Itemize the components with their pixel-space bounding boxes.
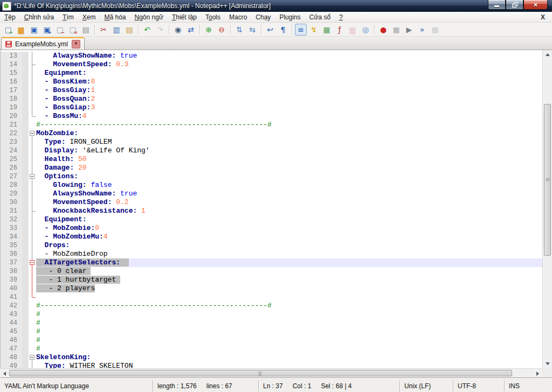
- minimize-button[interactable]: [488, 0, 506, 10]
- code-text[interactable]: AlwaysShowName: true: [36, 52, 542, 60]
- save-all-button[interactable]: ▣+: [41, 24, 53, 36]
- code-line[interactable]: 30 MovementSpeed: 0.2: [1, 198, 542, 207]
- line-number[interactable]: 40: [1, 284, 22, 293]
- code-line[interactable]: 34 - MobZombieMu:4: [1, 233, 542, 241]
- code-line[interactable]: 49 Type: WITHER_SKELETON: [1, 362, 542, 368]
- open-file-button[interactable]: ▆: [15, 24, 27, 36]
- code-text[interactable]: - BossGiay:1: [36, 86, 542, 95]
- bookmark-margin[interactable]: [22, 284, 29, 293]
- code-text[interactable]: Display: '&eLife Of King': [36, 146, 542, 155]
- line-number[interactable]: 34: [1, 233, 22, 241]
- menu-macro[interactable]: Macro: [225, 12, 251, 22]
- close-file-button[interactable]: ▢−: [54, 24, 66, 36]
- line-number[interactable]: 22: [1, 129, 22, 138]
- code-text[interactable]: - BossMu:4: [36, 112, 542, 121]
- line-number[interactable]: 47: [1, 345, 22, 353]
- code-text[interactable]: #: [36, 319, 542, 327]
- bookmark-margin[interactable]: [22, 207, 29, 215]
- line-number[interactable]: 27: [1, 172, 22, 181]
- bookmark-margin[interactable]: [22, 198, 29, 207]
- bookmark-margin[interactable]: [22, 60, 29, 69]
- code-text[interactable]: - 1 hurtbytarget: [36, 276, 542, 284]
- code-line[interactable]: 46#: [1, 336, 542, 345]
- line-number[interactable]: 46: [1, 336, 22, 345]
- menu-plugins[interactable]: Plugins: [275, 12, 305, 22]
- cut-button[interactable]: ✂: [98, 24, 109, 36]
- menu-ma-hoa[interactable]: Mã hóa: [100, 12, 130, 22]
- close-button[interactable]: ×: [523, 0, 548, 10]
- new-file-button[interactable]: ▢+: [2, 24, 14, 36]
- line-number[interactable]: 41: [1, 293, 22, 302]
- line-number[interactable]: 38: [1, 267, 22, 276]
- code-text[interactable]: Equipment:: [36, 215, 542, 224]
- bookmark-margin[interactable]: [22, 86, 29, 95]
- line-number[interactable]: 29: [1, 190, 22, 198]
- horizontal-scrollbar[interactable]: [0, 368, 542, 377]
- bookmark-margin[interactable]: [22, 327, 29, 336]
- fold-toggle-icon[interactable]: [30, 260, 34, 265]
- bookmark-margin[interactable]: [22, 336, 29, 345]
- code-text[interactable]: Health: 50: [36, 155, 542, 164]
- line-number[interactable]: 13: [1, 52, 22, 60]
- sync-vertical-scrolling-button[interactable]: ⇅: [233, 24, 245, 36]
- line-number[interactable]: 37: [1, 258, 22, 267]
- macro-record-button[interactable]: ●: [377, 24, 389, 36]
- menu-chinh-sua[interactable]: Chỉnh sửa: [20, 12, 58, 22]
- bookmark-margin[interactable]: [22, 293, 29, 302]
- code-line[interactable]: 35 Drops:: [1, 241, 542, 250]
- macro-play-button[interactable]: ▶: [403, 24, 415, 36]
- line-number[interactable]: 49: [1, 362, 22, 368]
- code-line[interactable]: 21#-------------------------------------…: [1, 121, 542, 129]
- code-text[interactable]: Equipment:: [36, 69, 542, 78]
- bookmark-margin[interactable]: [22, 181, 29, 190]
- vertical-scroll-thumb[interactable]: [544, 104, 551, 256]
- code-line[interactable]: 39 - 1 hurtbytarget: [1, 276, 542, 284]
- paste-button[interactable]: ▤: [123, 24, 135, 36]
- code-text[interactable]: - BossGiap:3: [36, 103, 542, 112]
- bookmark-margin[interactable]: [22, 224, 29, 233]
- bookmark-margin[interactable]: [22, 250, 29, 258]
- menu-help[interactable]: ?: [335, 12, 347, 22]
- code-line[interactable]: 14 MovementSpeed: 0.3: [1, 60, 542, 69]
- code-text[interactable]: MovementSpeed: 0.2: [36, 198, 542, 207]
- macro-save-button[interactable]: ▦: [429, 24, 441, 36]
- code-line[interactable]: 28 Glowing: false: [1, 181, 542, 190]
- function-list-button[interactable]: ƒ: [334, 24, 346, 36]
- code-text[interactable]: Drops:: [36, 241, 542, 250]
- code-line[interactable]: 20 - BossMu:4: [1, 112, 542, 121]
- redo-button[interactable]: ↷: [154, 24, 166, 36]
- print-button[interactable]: ▤: [80, 24, 92, 36]
- code-text[interactable]: KnockbackResistance: 1: [36, 207, 542, 215]
- code-text[interactable]: #---------------------------------------…: [36, 121, 542, 129]
- document-monitor-button[interactable]: ◎: [360, 24, 371, 36]
- code-text[interactable]: MovementSpeed: 0.3: [36, 60, 542, 69]
- menu-ngon-ngu[interactable]: Ngôn ngữ: [130, 12, 168, 22]
- line-number[interactable]: 39: [1, 276, 22, 284]
- vertical-scrollbar[interactable]: [542, 50, 552, 368]
- code-text[interactable]: - 2 players: [36, 284, 542, 293]
- code-line[interactable]: 24 Display: '&eLife Of King': [1, 146, 542, 155]
- bookmark-margin[interactable]: [22, 52, 29, 60]
- bookmark-margin[interactable]: [22, 112, 29, 121]
- horizontal-scroll-thumb[interactable]: [9, 370, 512, 376]
- code-line[interactable]: 38 - 0 clear: [1, 267, 542, 276]
- code-text[interactable]: - MobZombieDrop: [36, 250, 542, 258]
- menu-tep[interactable]: Tệp: [0, 12, 20, 22]
- bookmark-margin[interactable]: [22, 146, 29, 155]
- bookmark-margin[interactable]: [22, 78, 29, 86]
- bookmark-margin[interactable]: [22, 310, 29, 319]
- code-line[interactable]: 42#-------------------------------------…: [1, 302, 542, 310]
- line-number[interactable]: 31: [1, 207, 22, 215]
- code-line[interactable]: 40 - 2 players: [1, 284, 542, 293]
- line-number[interactable]: 16: [1, 78, 22, 86]
- replace-button[interactable]: ⇄: [185, 24, 197, 36]
- scroll-left-icon[interactable]: [3, 372, 6, 376]
- code-text[interactable]: #: [36, 310, 542, 319]
- save-button[interactable]: ▣: [28, 24, 40, 36]
- bookmark-margin[interactable]: [22, 362, 29, 368]
- bookmark-margin[interactable]: [22, 241, 29, 250]
- code-text[interactable]: #: [36, 327, 542, 336]
- line-number[interactable]: 48: [1, 353, 22, 362]
- close-all-files-button[interactable]: ▢=: [67, 24, 79, 36]
- zoom-in-button[interactable]: ⊕: [203, 24, 215, 36]
